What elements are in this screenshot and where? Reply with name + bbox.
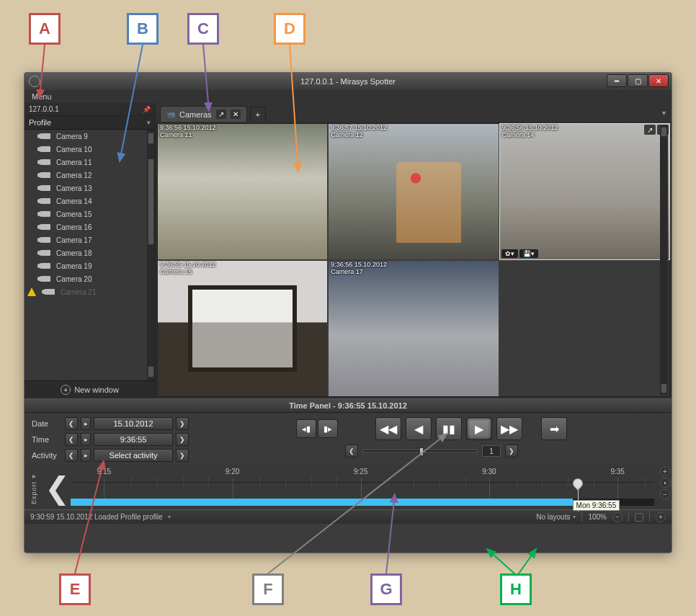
scroll-down-button[interactable] — [661, 383, 667, 393]
sidebar-scrollbar[interactable] — [147, 130, 155, 380]
layouts-dropdown[interactable]: No layouts ▾ — [536, 513, 576, 521]
video-cell-empty[interactable] — [500, 261, 669, 396]
zoom-in-button[interactable]: + — [656, 512, 666, 522]
time-label: Time — [32, 435, 62, 444]
speed-down-button[interactable]: ❮ — [345, 445, 358, 457]
svg-marker-18 — [37, 185, 41, 191]
speed-slider[interactable] — [362, 450, 478, 452]
slider-knob[interactable] — [419, 447, 424, 456]
new-tab-button[interactable]: + — [250, 107, 266, 122]
date-step-button[interactable]: ▸ — [81, 417, 91, 430]
camera-item[interactable]: Camera 21 — [24, 285, 146, 298]
activity-next-button[interactable]: ❯ — [176, 449, 189, 462]
camera-item[interactable]: Camera 17 — [24, 233, 146, 246]
settings-icon[interactable]: ✿▾ — [501, 249, 518, 258]
tab-label: Cameras — [179, 110, 212, 119]
popout-icon[interactable]: ↗ — [644, 125, 656, 135]
tabs-overflow-icon[interactable]: ▾ — [662, 109, 672, 117]
camera-item[interactable]: Camera 16 — [24, 220, 146, 233]
camera-item[interactable]: Camera 14 — [24, 195, 146, 207]
minimize-button[interactable]: ━ — [607, 74, 627, 87]
activity-value[interactable]: Select activity — [94, 449, 173, 462]
jump-end-button[interactable]: ➡ — [541, 417, 567, 440]
activity-label: Activity — [32, 451, 62, 460]
camera-item[interactable]: Camera 12 — [24, 169, 146, 182]
activity-prev-button[interactable]: ❮ — [65, 449, 78, 462]
label-c: C — [187, 13, 219, 45]
pause-button[interactable]: ▮▮ — [436, 417, 462, 440]
timeline-back-button[interactable]: ❮ — [43, 468, 71, 508]
date-next-button[interactable]: ❯ — [176, 417, 189, 430]
play-button[interactable]: ▶ — [466, 417, 492, 440]
timeline-zoom-in-button[interactable]: + — [660, 466, 670, 476]
date-prev-button[interactable]: ❮ — [65, 417, 78, 430]
camera-name: Camera 17 — [56, 236, 92, 244]
export-expand-icon[interactable]: ▸ — [32, 472, 36, 480]
date-value[interactable]: 15.10.2012 — [94, 417, 173, 430]
camera-item[interactable]: Camera 20 — [24, 272, 146, 285]
save-icon[interactable]: 💾▾ — [519, 249, 538, 258]
profile-dropdown[interactable]: Profile ▾ — [24, 116, 155, 130]
timeline-cursor[interactable] — [573, 478, 584, 488]
maximize-button[interactable]: ▢ — [628, 74, 648, 87]
camera-name: Camera 19 — [56, 262, 92, 270]
svg-marker-22 — [37, 211, 41, 217]
scroll-up-button[interactable] — [148, 133, 154, 144]
play-back-button[interactable]: ◀ — [406, 417, 432, 440]
timeline-track[interactable]: 9:159:209:259:309:35 Mon 9:36:55 — [71, 468, 654, 508]
titlebar[interactable]: 127.0.0.1 - Mirasys Spotter ━ ▢ ✕ — [24, 73, 672, 90]
tab-cameras[interactable]: 📹 Cameras ↗ ✕ — [160, 106, 247, 122]
layouts-label: No layouts — [536, 513, 570, 521]
camera-item[interactable]: Camera 19 — [24, 259, 146, 272]
new-window-button[interactable]: + New window — [24, 380, 155, 398]
server-header[interactable]: 127.0.0.1 📌 — [24, 103, 155, 116]
pin-icon[interactable]: 📌 — [143, 106, 151, 113]
close-button[interactable]: ✕ — [648, 74, 669, 87]
time-step-button[interactable]: ▸ — [81, 433, 91, 446]
frame-forward-button[interactable]: ▮▸ — [318, 419, 338, 438]
plus-icon: + — [255, 110, 259, 119]
camera-item[interactable]: Camera 18 — [24, 246, 146, 259]
scroll-down-button[interactable] — [148, 366, 154, 378]
window-title: 127.0.0.1 - Mirasys Spotter — [300, 77, 396, 86]
speed-up-button[interactable]: ❯ — [505, 445, 518, 457]
speed-value: 1 — [482, 445, 501, 457]
time-next-button[interactable]: ❯ — [176, 433, 189, 446]
camera-item[interactable]: Camera 13 — [24, 182, 146, 195]
scroll-up-button[interactable] — [661, 127, 667, 137]
frame-back-button[interactable]: ◂▮ — [296, 419, 316, 438]
camera-list: Camera 9Camera 10Camera 11Camera 12Camer… — [24, 130, 155, 380]
popout-icon[interactable]: ↗ — [216, 110, 226, 119]
video-cell-active[interactable]: 9:36:56 15.10.2012Camera 14 ↗ ✕ ✿▾ 💾▾ — [500, 124, 669, 259]
camera-item[interactable]: Camera 9 — [24, 130, 146, 143]
video-timestamp: 9:36:56 15.10.2012 — [160, 124, 216, 131]
close-tab-icon[interactable]: ✕ — [231, 110, 241, 119]
fast-forward-button[interactable]: ▶▶ — [496, 417, 522, 440]
video-cell[interactable]: 9:36:56 15.10.2012Camera 17 — [329, 261, 498, 396]
timeline-zoom-reset-button[interactable]: • — [660, 478, 670, 488]
timeline-tick: 9:15 — [97, 468, 111, 476]
video-cell[interactable]: 9:36:56 15.10.2012Camera 11 — [158, 124, 327, 259]
zoom-out-button[interactable]: − — [612, 512, 623, 522]
export-panel[interactable]: ▸ Export — [24, 468, 43, 508]
zoom-control[interactable]: 100% — [588, 513, 607, 521]
activity-step-button[interactable]: ▸ — [81, 449, 91, 462]
video-cell[interactable]: 9:36:57 15.10.2012Camera 12 — [329, 124, 498, 259]
time-value[interactable]: 9:36:55 — [94, 433, 173, 446]
svg-rect-9 — [41, 133, 50, 139]
scroll-thumb[interactable] — [148, 159, 154, 245]
rewind-button[interactable]: ◀◀ — [375, 417, 401, 440]
camera-item[interactable]: Camera 15 — [24, 207, 146, 220]
trash-icon[interactable] — [635, 513, 643, 522]
menu-button[interactable]: Menu — [24, 92, 59, 101]
video-cell[interactable]: 9:36:55 15.10.2012Camera 15 — [158, 261, 327, 396]
svg-rect-21 — [41, 211, 50, 217]
svg-marker-10 — [37, 133, 41, 139]
camera-icon — [37, 236, 52, 244]
camera-icon — [37, 223, 52, 231]
grid-scrollbar[interactable] — [660, 125, 668, 395]
camera-item[interactable]: Camera 10 — [24, 143, 146, 156]
time-prev-button[interactable]: ❮ — [65, 433, 78, 446]
timeline-zoom-out-button[interactable]: − — [660, 489, 670, 499]
camera-item[interactable]: Camera 11 — [24, 156, 146, 169]
